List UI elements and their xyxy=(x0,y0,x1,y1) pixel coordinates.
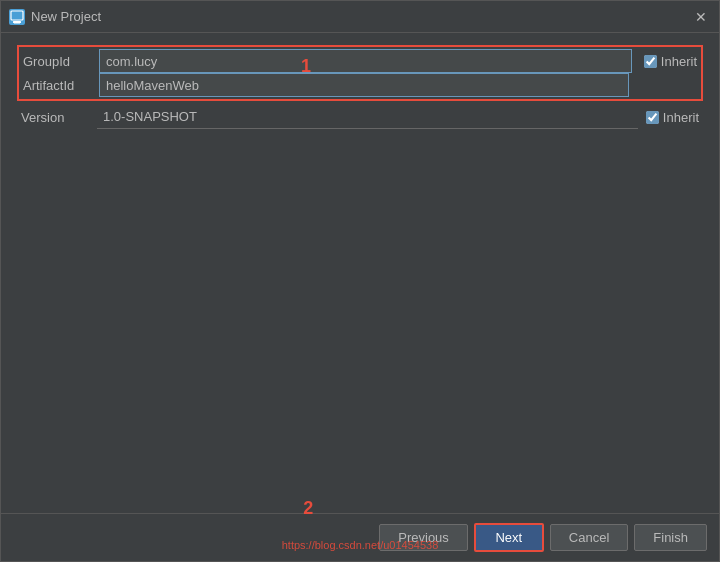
title-bar-left: New Project xyxy=(9,9,101,25)
annotation-one: 1 xyxy=(301,56,311,77)
new-project-dialog: New Project ✕ GroupId Inherit ArtifactId xyxy=(0,0,720,562)
highlighted-fields: GroupId Inherit ArtifactId Inherit xyxy=(17,45,703,101)
finish-button[interactable]: Finish xyxy=(634,524,707,551)
groupid-input[interactable] xyxy=(99,49,632,73)
watermark: https://blog.csdn.net/u01454538 xyxy=(282,539,439,551)
groupid-row: GroupId Inherit xyxy=(19,49,701,73)
groupid-inherit: Inherit xyxy=(644,54,697,69)
groupid-inherit-label: Inherit xyxy=(661,54,697,69)
groupid-label: GroupId xyxy=(19,54,99,69)
annotation-two: 2 xyxy=(303,498,313,519)
form-content: GroupId Inherit ArtifactId Inherit 1 xyxy=(1,33,719,513)
dialog-icon xyxy=(9,9,25,25)
artifactid-row: ArtifactId Inherit xyxy=(19,73,701,97)
version-input[interactable] xyxy=(97,105,638,129)
artifactid-input[interactable] xyxy=(99,73,629,97)
title-bar: New Project ✕ xyxy=(1,1,719,33)
version-inherit: Inherit xyxy=(646,110,699,125)
version-row: Version Inherit xyxy=(17,105,703,129)
dialog-title: New Project xyxy=(31,9,101,24)
version-inherit-label: Inherit xyxy=(663,110,699,125)
version-label: Version xyxy=(17,110,97,125)
footer: 2 Previous Next Cancel Finish xyxy=(1,513,719,561)
artifactid-label: ArtifactId xyxy=(19,78,99,93)
content-spacer xyxy=(17,129,703,501)
cancel-button[interactable]: Cancel xyxy=(550,524,628,551)
groupid-inherit-checkbox[interactable] xyxy=(644,55,657,68)
svg-rect-0 xyxy=(11,11,23,20)
next-button[interactable]: Next xyxy=(474,523,544,552)
version-inherit-checkbox[interactable] xyxy=(646,111,659,124)
close-button[interactable]: ✕ xyxy=(691,7,711,27)
